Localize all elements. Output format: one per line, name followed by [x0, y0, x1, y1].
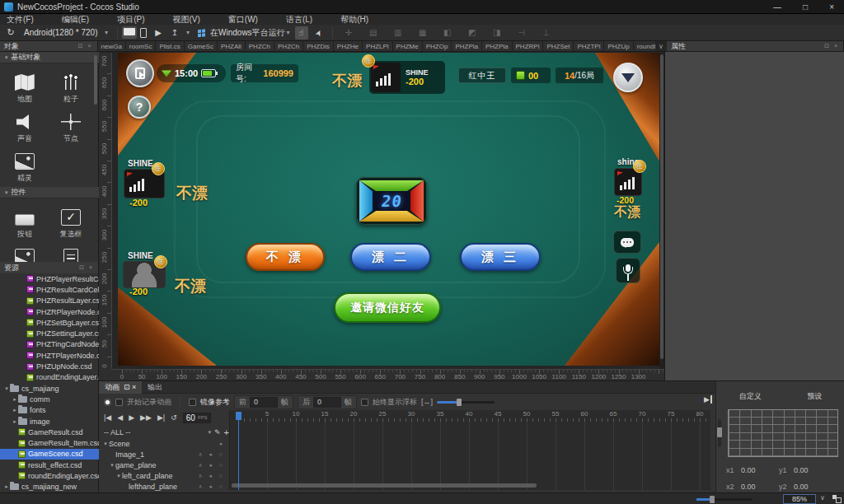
resource-file[interactable]: PHZPlayerResultCell.	[0, 273, 99, 284]
paste-style-icon[interactable]: ▥	[392, 26, 405, 40]
loop-button[interactable]: ↺	[171, 413, 177, 422]
resource-folder[interactable]: ▸cs_majiang_new	[0, 482, 99, 492]
editor-tab[interactable]: PHZTPl	[574, 41, 604, 51]
tree-expand-icon[interactable]: ▾	[102, 441, 109, 447]
resource-file[interactable]: PHZResultLayer.csd	[0, 296, 99, 306]
anchor-tool-icon[interactable]: ✛	[342, 26, 355, 40]
editor-tab[interactable]: PHZHe	[334, 41, 363, 51]
tree-expand-icon[interactable]: ▾	[3, 385, 10, 392]
object-item-audio[interactable]: 声音	[2, 106, 48, 144]
editor-tab[interactable]: PHZSet	[543, 41, 574, 51]
copy-style-icon[interactable]: ▤	[367, 26, 380, 40]
publish-button[interactable]: ↥	[168, 26, 181, 40]
menu-item[interactable]: 编辑(E)	[62, 14, 89, 26]
tree-expand-icon[interactable]: ▾	[115, 473, 122, 479]
top-player-card[interactable]: SHINE -200	[369, 61, 445, 94]
transport-prev-button[interactable]: ◀	[117, 413, 123, 422]
resource-folder[interactable]: ▸image	[0, 416, 99, 427]
resource-file[interactable]: PHZSettingLayer.csd	[0, 328, 99, 338]
editor-tab[interactable]: roundE	[634, 41, 655, 51]
action-button-1[interactable]: 不 漂	[246, 243, 325, 271]
run-platform-selector[interactable]: 在Windows平台运行	[210, 27, 285, 39]
action-button-2[interactable]: 漂 二	[350, 243, 431, 271]
editor-tab[interactable]: PHZUp	[604, 41, 633, 51]
minimize-button[interactable]: —	[773, 2, 781, 12]
mirror-reference-checkbox[interactable]	[189, 399, 196, 406]
editor-tab[interactable]: PHZMe	[393, 41, 423, 51]
canvas-zoom-slider[interactable]	[696, 498, 753, 501]
align-h-center-icon[interactable]: ◩	[466, 26, 479, 40]
tree-expand-icon[interactable]: ▾	[109, 462, 115, 469]
play-button[interactable]: ▶	[152, 26, 165, 40]
timeline-zoom-slider[interactable]	[437, 401, 495, 404]
device-rotate-icon[interactable]: ↻	[4, 26, 17, 40]
tree-expand-icon[interactable]: ▸	[12, 407, 18, 413]
orientation-portrait-button[interactable]	[140, 28, 147, 38]
objects-scrollbar[interactable]	[94, 55, 97, 105]
circle-icon[interactable]: ○	[219, 473, 223, 479]
editor-tab[interactable]: roomSc	[126, 41, 157, 51]
object-item-sprite[interactable]: 精灵	[2, 146, 48, 184]
editor-tab[interactable]: PHZOp	[423, 41, 452, 51]
resource-file[interactable]: roundEndingLayer.csd	[0, 470, 99, 481]
frame-ruler[interactable]: 05101520253035404550556065707580	[230, 410, 710, 422]
tree-expand-icon[interactable]: ▸	[3, 483, 10, 490]
editor-tab[interactable]: Plist.cs	[156, 41, 184, 51]
circle-icon[interactable]: ○	[219, 462, 223, 469]
chat-button[interactable]	[613, 231, 641, 254]
resource-folder[interactable]: ▸comm	[0, 394, 99, 404]
resource-file[interactable]: PHZSetBgLayer.csd	[0, 317, 99, 328]
object-item-map[interactable]: 地图	[2, 67, 48, 105]
action-button-3[interactable]: 漂 三	[460, 243, 541, 271]
voice-button[interactable]	[616, 258, 640, 283]
editor-tab[interactable]: PHZRPl	[513, 41, 544, 51]
object-item-image[interactable]: 图片	[2, 241, 48, 262]
eye-icon[interactable]: ●	[209, 483, 213, 490]
filter-dropdown-icon[interactable]: ▾	[209, 429, 212, 436]
align-left-icon[interactable]: ◧	[441, 26, 454, 40]
invite-wechat-button[interactable]: 邀请微信好友	[334, 292, 441, 323]
x2-value[interactable]: 0.00	[741, 483, 779, 491]
always-show-checkbox[interactable]	[361, 399, 368, 406]
close-button[interactable]: ×	[829, 2, 834, 12]
editor-tab[interactable]: GameSc	[185, 41, 218, 51]
object-item-checkbox[interactable]: ✓复选框	[48, 202, 94, 240]
editor-tab[interactable]: PHZDis	[303, 41, 334, 51]
object-section-header[interactable]: ▾基础对象	[0, 52, 99, 63]
object-item-node[interactable]: 节点	[48, 106, 94, 144]
panel-dock-icons[interactable]: ⊡ ×	[79, 264, 94, 271]
align-right-icon[interactable]: ◨	[490, 26, 504, 40]
transport-next-button[interactable]: ▶▶	[140, 413, 152, 422]
x1-value[interactable]: 0.00	[741, 466, 779, 474]
scale-reset-icon[interactable]	[832, 495, 842, 503]
playhead[interactable]	[236, 412, 241, 420]
tree-expand-icon[interactable]: ▸	[12, 418, 18, 425]
resource-file[interactable]: PHZUpNode.csd	[0, 361, 99, 371]
distribute-h-icon[interactable]: ⊣	[515, 26, 528, 40]
resource-file[interactable]: PHZTingCardNode.c	[0, 339, 99, 350]
collapse-panel-icon[interactable]: ▶	[704, 395, 712, 404]
circle-icon[interactable]: ○	[219, 483, 223, 490]
resource-folder[interactable]: ▾cs_majiang	[0, 383, 99, 394]
after-frames-input[interactable]: 0	[313, 397, 341, 408]
select-tool-button[interactable]: ➤	[309, 24, 326, 41]
run-platform-dropdown-icon[interactable]: ▾	[287, 29, 290, 36]
timeline-grid[interactable]: 05101520253035404550556065707580	[229, 410, 710, 490]
resource-file[interactable]: PHZRPlayerNode.csc	[0, 306, 99, 317]
help-button[interactable]: ?	[128, 96, 151, 119]
device-selector[interactable]: Android(1280 * 720)	[24, 28, 103, 37]
resource-file[interactable]: result_effect.csd	[0, 460, 99, 470]
caret-icon[interactable]: ∧	[198, 462, 202, 469]
panel-dock-icons[interactable]: ⊡ ×	[824, 43, 839, 49]
transport-play-button[interactable]: ▶	[129, 413, 134, 422]
transport-first-button[interactable]: |◀	[104, 413, 111, 422]
filter-dropdown[interactable]: -- ALL --	[104, 428, 130, 436]
game-scene[interactable]: ? 15:00 房间号: 160999 不漂 庄 SHINE -200	[118, 53, 659, 366]
editor-tab[interactable]: PHZPla	[482, 41, 513, 51]
easing-panel-scrollbar[interactable]	[718, 419, 721, 447]
tab-overflow-chevron[interactable]: ∨	[655, 41, 667, 51]
circle-icon[interactable]: ○	[219, 451, 223, 458]
editor-tab[interactable]: PHZCh	[246, 41, 274, 51]
panel-dock-icons[interactable]: ⊡ ×	[124, 383, 136, 391]
timeline-node-row[interactable]: lefthand_plane∧●○	[99, 481, 229, 492]
